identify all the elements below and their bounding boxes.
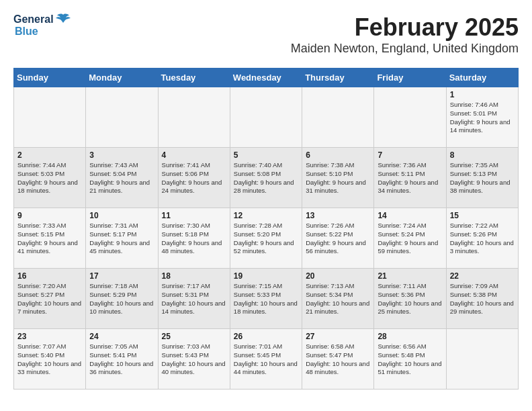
header-monday: Monday [86, 68, 158, 87]
calendar-day-cell: 3Sunrise: 7:43 AM Sunset: 5:04 PM Daylig… [86, 148, 158, 208]
calendar-day-cell [14, 87, 86, 148]
day-info: Sunrise: 7:28 AM Sunset: 5:20 PM Dayligh… [234, 222, 298, 256]
day-info: Sunrise: 7:03 AM Sunset: 5:43 PM Dayligh… [162, 342, 226, 377]
day-number: 2 [17, 150, 82, 160]
day-number: 17 [89, 271, 154, 281]
day-number: 7 [378, 150, 442, 160]
day-info: Sunrise: 7:26 AM Sunset: 5:22 PM Dayligh… [306, 222, 370, 256]
logo-blue: Blue [15, 26, 38, 38]
day-info: Sunrise: 7:38 AM Sunset: 5:10 PM Dayligh… [306, 161, 370, 195]
day-number: 5 [234, 150, 298, 160]
day-number: 26 [234, 332, 298, 341]
calendar-day-cell: 2Sunrise: 7:44 AM Sunset: 5:03 PM Daylig… [14, 148, 86, 208]
header-wednesday: Wednesday [230, 68, 302, 87]
day-number: 13 [306, 211, 370, 220]
day-number: 12 [234, 211, 298, 220]
day-info: Sunrise: 7:22 AM Sunset: 5:26 PM Dayligh… [450, 222, 515, 256]
calendar-day-cell: 10Sunrise: 7:31 AM Sunset: 5:17 PM Dayli… [86, 208, 158, 269]
day-info: Sunrise: 7:18 AM Sunset: 5:29 PM Dayligh… [89, 282, 154, 316]
day-number: 28 [378, 332, 442, 341]
calendar-day-cell: 12Sunrise: 7:28 AM Sunset: 5:20 PM Dayli… [230, 208, 302, 269]
day-info: Sunrise: 7:07 AM Sunset: 5:40 PM Dayligh… [17, 342, 82, 377]
calendar-day-cell: 18Sunrise: 7:17 AM Sunset: 5:31 PM Dayli… [158, 269, 230, 329]
header-tuesday: Tuesday [158, 68, 230, 87]
calendar-day-cell: 11Sunrise: 7:30 AM Sunset: 5:18 PM Dayli… [158, 208, 230, 269]
day-info: Sunrise: 6:56 AM Sunset: 5:48 PM Dayligh… [378, 342, 442, 377]
day-number: 21 [378, 271, 442, 281]
calendar-day-cell: 28Sunrise: 6:56 AM Sunset: 5:48 PM Dayli… [374, 329, 446, 390]
day-info: Sunrise: 7:09 AM Sunset: 5:38 PM Dayligh… [450, 282, 515, 316]
month-year-title: February 2025 [291, 13, 519, 42]
day-info: Sunrise: 7:20 AM Sunset: 5:27 PM Dayligh… [17, 282, 82, 316]
day-info: Sunrise: 7:43 AM Sunset: 5:04 PM Dayligh… [89, 161, 154, 195]
calendar-week-row: 2Sunrise: 7:44 AM Sunset: 5:03 PM Daylig… [14, 148, 519, 208]
day-number: 14 [378, 211, 442, 220]
day-number: 10 [89, 211, 154, 220]
calendar-day-cell: 8Sunrise: 7:35 AM Sunset: 5:13 PM Daylig… [446, 148, 518, 208]
day-info: Sunrise: 7:31 AM Sunset: 5:17 PM Dayligh… [89, 222, 154, 256]
day-info: Sunrise: 7:05 AM Sunset: 5:41 PM Dayligh… [89, 342, 154, 377]
calendar-day-cell [446, 329, 518, 390]
day-number: 6 [306, 150, 370, 160]
calendar-table: Sunday Monday Tuesday Wednesday Thursday… [13, 68, 519, 390]
day-info: Sunrise: 7:30 AM Sunset: 5:18 PM Dayligh… [162, 222, 226, 256]
header-thursday: Thursday [302, 68, 374, 87]
calendar-week-row: 1Sunrise: 7:46 AM Sunset: 5:01 PM Daylig… [14, 87, 519, 148]
day-number: 27 [306, 332, 370, 341]
calendar-day-cell: 13Sunrise: 7:26 AM Sunset: 5:22 PM Dayli… [302, 208, 374, 269]
bird-icon [56, 13, 71, 26]
calendar-day-cell: 7Sunrise: 7:36 AM Sunset: 5:11 PM Daylig… [374, 148, 446, 208]
day-number: 25 [162, 332, 226, 341]
day-number: 22 [450, 271, 515, 281]
calendar-day-cell: 25Sunrise: 7:03 AM Sunset: 5:43 PM Dayli… [158, 329, 230, 390]
calendar-day-cell: 1Sunrise: 7:46 AM Sunset: 5:01 PM Daylig… [446, 87, 518, 148]
calendar-day-cell: 6Sunrise: 7:38 AM Sunset: 5:10 PM Daylig… [302, 148, 374, 208]
calendar-day-cell: 17Sunrise: 7:18 AM Sunset: 5:29 PM Dayli… [86, 269, 158, 329]
calendar-week-row: 9Sunrise: 7:33 AM Sunset: 5:15 PM Daylig… [14, 208, 519, 269]
calendar-week-row: 23Sunrise: 7:07 AM Sunset: 5:40 PM Dayli… [14, 329, 519, 390]
day-info: Sunrise: 7:46 AM Sunset: 5:01 PM Dayligh… [450, 101, 515, 135]
page-header: General Blue February 2025 Maiden Newton… [13, 13, 519, 64]
day-number: 18 [162, 271, 226, 281]
day-number: 20 [306, 271, 370, 281]
day-number: 1 [450, 90, 515, 99]
day-info: Sunrise: 7:17 AM Sunset: 5:31 PM Dayligh… [162, 282, 226, 316]
calendar-day-cell: 16Sunrise: 7:20 AM Sunset: 5:27 PM Dayli… [14, 269, 86, 329]
title-section: February 2025 Maiden Newton, England, Un… [291, 13, 519, 61]
calendar-day-cell: 9Sunrise: 7:33 AM Sunset: 5:15 PM Daylig… [14, 208, 86, 269]
header-friday: Friday [374, 68, 446, 87]
day-info: Sunrise: 7:36 AM Sunset: 5:11 PM Dayligh… [378, 161, 442, 195]
calendar-day-cell: 21Sunrise: 7:11 AM Sunset: 5:36 PM Dayli… [374, 269, 446, 329]
day-number: 24 [89, 332, 154, 341]
calendar-day-cell: 14Sunrise: 7:24 AM Sunset: 5:24 PM Dayli… [374, 208, 446, 269]
day-number: 4 [162, 150, 226, 160]
calendar-week-row: 16Sunrise: 7:20 AM Sunset: 5:27 PM Dayli… [14, 269, 519, 329]
day-number: 9 [17, 211, 82, 220]
day-number: 11 [162, 211, 226, 220]
calendar-day-cell: 19Sunrise: 7:15 AM Sunset: 5:33 PM Dayli… [230, 269, 302, 329]
day-number: 23 [17, 332, 82, 341]
day-info: Sunrise: 6:58 AM Sunset: 5:47 PM Dayligh… [306, 342, 370, 377]
logo-general: General [13, 13, 54, 26]
header-saturday: Saturday [446, 68, 518, 87]
day-number: 19 [234, 271, 298, 281]
calendar-day-cell: 4Sunrise: 7:41 AM Sunset: 5:06 PM Daylig… [158, 148, 230, 208]
day-number: 3 [89, 150, 154, 160]
header-sunday: Sunday [14, 68, 86, 87]
logo: General Blue [13, 13, 71, 38]
calendar-day-cell: 15Sunrise: 7:22 AM Sunset: 5:26 PM Dayli… [446, 208, 518, 269]
calendar-day-cell: 5Sunrise: 7:40 AM Sunset: 5:08 PM Daylig… [230, 148, 302, 208]
day-info: Sunrise: 7:01 AM Sunset: 5:45 PM Dayligh… [234, 342, 298, 377]
calendar-day-cell: 27Sunrise: 6:58 AM Sunset: 5:47 PM Dayli… [302, 329, 374, 390]
day-number: 16 [17, 271, 82, 281]
day-info: Sunrise: 7:44 AM Sunset: 5:03 PM Dayligh… [17, 161, 82, 195]
day-info: Sunrise: 7:24 AM Sunset: 5:24 PM Dayligh… [378, 222, 442, 256]
calendar-day-cell [302, 87, 374, 148]
calendar-day-cell [374, 87, 446, 148]
day-info: Sunrise: 7:41 AM Sunset: 5:06 PM Dayligh… [162, 161, 226, 195]
calendar-day-cell [86, 87, 158, 148]
calendar-day-cell [158, 87, 230, 148]
calendar-day-cell: 20Sunrise: 7:13 AM Sunset: 5:34 PM Dayli… [302, 269, 374, 329]
day-info: Sunrise: 7:33 AM Sunset: 5:15 PM Dayligh… [17, 222, 82, 256]
calendar-day-cell: 23Sunrise: 7:07 AM Sunset: 5:40 PM Dayli… [14, 329, 86, 390]
